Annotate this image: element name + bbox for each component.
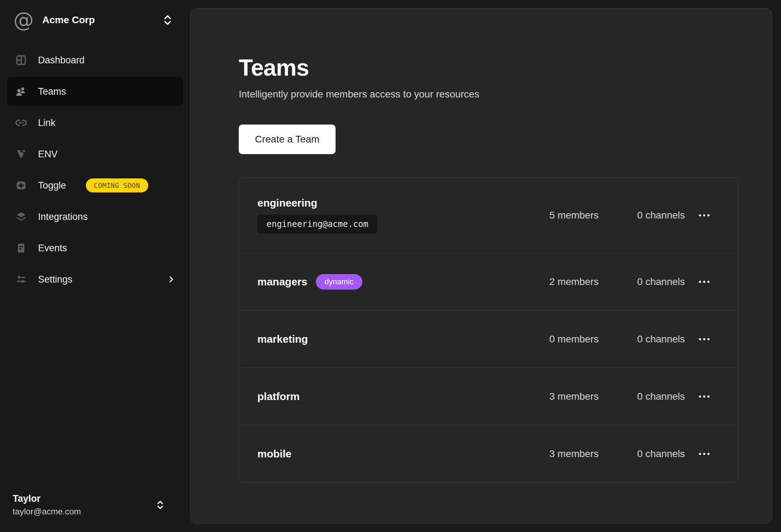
sidebar-item-dashboard[interactable]: Dashboard [7, 46, 183, 75]
app-window: @ Acme Corp Dashboard [0, 0, 781, 532]
sidebar-item-toggle[interactable]: Toggle COMING SOON [7, 171, 183, 200]
users-icon [15, 85, 27, 98]
org-name: Acme Corp [42, 14, 95, 26]
team-members-count: 3 members [518, 448, 599, 460]
coming-soon-badge: COMING SOON [86, 178, 148, 192]
team-actions-menu-button[interactable] [696, 333, 712, 345]
user-info: Taylor taylor@acme.com [13, 493, 81, 517]
sidebar-item-teams[interactable]: Teams [7, 77, 183, 106]
team-members-count: 3 members [518, 391, 599, 402]
sidebar-nav: Dashboard Teams [0, 46, 189, 294]
sidebar-item-label: Settings [38, 274, 73, 285]
team-actions-menu-button[interactable] [696, 448, 712, 460]
env-icon [15, 148, 27, 160]
ellipsis-icon [699, 281, 710, 283]
dynamic-badge: dynamic [316, 274, 362, 290]
sidebar-item-label: Teams [38, 86, 66, 97]
sidebar-item-link[interactable]: Link [7, 108, 183, 137]
create-team-button[interactable]: Create a Team [239, 125, 336, 154]
sliders-icon [15, 273, 27, 286]
org-switcher[interactable]: @ Acme Corp [0, 9, 189, 31]
user-name: Taylor [13, 493, 81, 504]
team-info: engineering engineering@acme.com [257, 197, 518, 234]
team-row-engineering[interactable]: engineering engineering@acme.com 5 membe… [239, 178, 738, 253]
chevron-right-icon [167, 275, 175, 284]
sidebar-item-label: Integrations [38, 211, 88, 222]
team-name: managers [257, 276, 307, 288]
team-members-count: 5 members [518, 210, 599, 221]
page-title: Teams [239, 54, 738, 81]
ellipsis-icon [699, 338, 710, 340]
document-icon [15, 242, 27, 254]
team-actions-menu-button[interactable] [696, 209, 712, 221]
teams-list: engineering engineering@acme.com 5 membe… [239, 177, 738, 483]
sidebar-item-env[interactable]: ENV [7, 140, 183, 169]
sidebar-item-label: Events [38, 243, 67, 254]
sidebar-item-label: Dashboard [38, 55, 85, 66]
sidebar: @ Acme Corp Dashboard [0, 0, 189, 532]
team-name: platform [257, 391, 300, 403]
team-channels-count: 0 channels [599, 276, 685, 287]
team-info: managers dynamic [257, 274, 518, 290]
team-members-count: 2 members [518, 276, 599, 287]
user-menu[interactable]: Taylor taylor@acme.com [0, 493, 189, 517]
team-channels-count: 0 channels [599, 210, 685, 221]
ellipsis-icon [699, 214, 710, 216]
team-channels-count: 0 channels [599, 334, 685, 345]
team-name: mobile [257, 448, 292, 460]
team-email-chip: engineering@acme.com [257, 215, 377, 234]
org-logo-at-icon: @ [13, 9, 35, 31]
team-row-managers[interactable]: managers dynamic 2 members 0 channels [239, 253, 738, 310]
team-name: marketing [257, 333, 308, 345]
main-panel: Teams Intelligently provide members acce… [190, 8, 772, 524]
team-members-count: 0 members [518, 334, 599, 345]
team-actions-menu-button[interactable] [696, 276, 712, 288]
layers-icon [15, 210, 27, 223]
toggle-icon [15, 179, 27, 192]
page-subtitle: Intelligently provide members access to … [239, 89, 738, 100]
sidebar-item-integrations[interactable]: Integrations [7, 202, 183, 231]
user-email: taylor@acme.com [13, 507, 81, 517]
team-channels-count: 0 channels [599, 391, 685, 402]
link-icon [15, 116, 27, 129]
chevrons-up-down-icon[interactable] [163, 14, 173, 26]
team-info: marketing [257, 333, 518, 345]
sidebar-item-label: ENV [38, 149, 58, 160]
ellipsis-icon [699, 395, 710, 398]
team-channels-count: 0 channels [599, 448, 685, 460]
team-name: engineering [257, 197, 317, 209]
sidebar-item-label: Link [38, 118, 56, 128]
chevrons-up-down-icon[interactable] [156, 500, 164, 510]
team-info: platform [257, 391, 518, 403]
team-row-marketing[interactable]: marketing 0 members 0 channels [239, 310, 738, 368]
team-row-mobile[interactable]: mobile 3 members 0 channels [239, 425, 738, 482]
team-row-platform[interactable]: platform 3 members 0 channels [239, 368, 738, 425]
dashboard-icon [15, 54, 27, 66]
sidebar-item-events[interactable]: Events [7, 234, 183, 262]
team-actions-menu-button[interactable] [696, 391, 712, 403]
team-info: mobile [257, 448, 518, 460]
ellipsis-icon [699, 453, 710, 455]
sidebar-item-label: Toggle [38, 180, 66, 191]
sidebar-item-settings[interactable]: Settings [7, 265, 183, 294]
